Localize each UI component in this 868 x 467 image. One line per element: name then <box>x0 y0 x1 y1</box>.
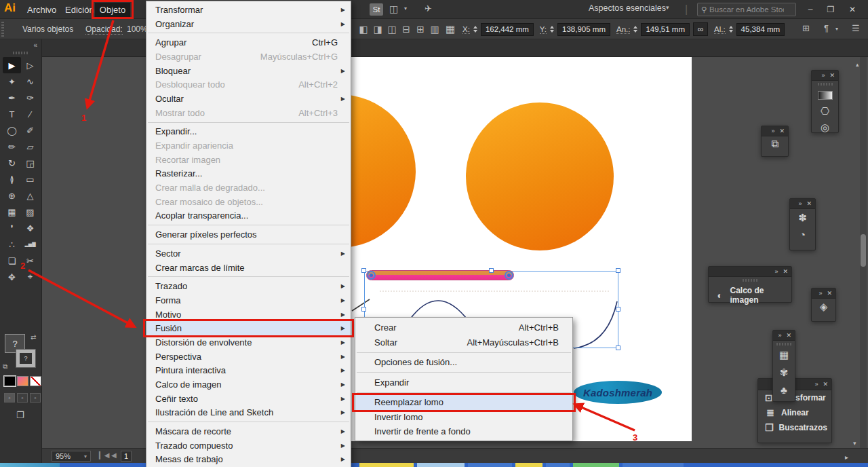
reference-point-icon[interactable]: ▦ <box>444 23 456 35</box>
restore-button[interactable]: ❐ <box>822 3 840 16</box>
adobe-stock-icon[interactable]: St <box>370 3 383 16</box>
object-menu-item-distorsion-de-envolvente[interactable]: Distorsión de envolvente▶ <box>146 335 351 350</box>
taskbar-button[interactable] <box>515 463 542 467</box>
previous-artboard-icon[interactable]: ◀ <box>111 451 117 459</box>
object-menu-item-agrupar[interactable]: AgruparCtrl+G <box>146 35 351 50</box>
first-artboard-icon[interactable]: ▎◀ <box>99 451 109 459</box>
slice-tool[interactable]: ✂ <box>21 253 39 269</box>
blend-submenu-item-crear[interactable]: CrearAlt+Ctrl+B <box>355 320 572 335</box>
panel-close-icon[interactable]: ✕ <box>806 199 812 209</box>
dock-expand-up-icon[interactable]: ▴ <box>856 61 859 68</box>
align-distribute-icon[interactable]: ▥ <box>429 24 441 35</box>
adobe-stock-search[interactable]: ⚲ <box>697 3 796 16</box>
handle-top-left[interactable] <box>361 268 366 273</box>
panel-collapse-icon[interactable]: » <box>821 71 825 81</box>
panel-collapse-icon[interactable]: » <box>774 267 778 277</box>
taskbar-button[interactable] <box>359 463 414 467</box>
scale-tool[interactable]: ◲ <box>21 155 39 171</box>
panel-close-icon[interactable]: ✕ <box>786 331 791 341</box>
creative-cloud-icon[interactable]: ◎ <box>821 122 829 132</box>
y-stepper[interactable] <box>550 26 554 33</box>
eyedropper-tool[interactable]: ❜ <box>3 220 21 236</box>
panel-collapse-icon[interactable]: » <box>771 126 774 136</box>
magic-wand-tool[interactable]: ✦ <box>3 73 21 90</box>
swap-fill-stroke-icon[interactable]: ⇄ <box>31 333 36 341</box>
paragraph-options-icon[interactable]: ¶ <box>824 23 829 33</box>
perspective-grid-tool[interactable]: △ <box>21 187 39 204</box>
panel-collapse-icon[interactable]: » <box>814 379 818 390</box>
opacity-label[interactable]: Opacidad: <box>85 24 123 35</box>
stroke-color-swatch[interactable]: ? <box>16 350 35 367</box>
direct-selection-tool[interactable]: ▷ <box>21 57 39 73</box>
width-label[interactable]: An.: <box>616 25 630 34</box>
panel-close-icon[interactable]: ✕ <box>823 379 828 390</box>
panel-grip[interactable] <box>776 343 791 345</box>
dock-expand-right-icon[interactable]: ▸ <box>845 453 848 461</box>
gradient-tool[interactable]: ▨ <box>21 204 39 220</box>
draw-behind-mode[interactable]: ▫ <box>17 393 28 403</box>
handle-bottom-right[interactable] <box>616 345 620 350</box>
control-panel-menu-icon[interactable]: ☰ <box>852 23 860 33</box>
share-icon[interactable]: ✈ <box>425 3 432 14</box>
object-menu-item-mascara-de-recorte[interactable]: Máscara de recorte▶ <box>146 424 351 438</box>
handle-mid-right[interactable] <box>616 307 620 312</box>
align-distribute-icon[interactable]: ⊟ <box>400 24 412 35</box>
align-distribute-icon[interactable]: ◫ <box>386 24 398 35</box>
pathfinder-panel-item[interactable]: ❒ Buscatrazos <box>758 420 831 435</box>
y-field[interactable]: 138,905 mm <box>557 23 610 36</box>
dock-expand-down-icon[interactable]: ▾ <box>853 440 856 447</box>
free-transform-tool[interactable]: ▭ <box>21 171 39 187</box>
arrange-documents-caret-icon[interactable]: ▾ <box>404 5 407 12</box>
color-panel-icon[interactable]: ✽ <box>798 212 807 223</box>
collapse-tools-icon[interactable]: « <box>33 41 37 49</box>
menu-edicion[interactable]: Edición <box>61 3 98 17</box>
object-menu-item-crear-marcas-de-limite[interactable]: Crear marcas de límite <box>146 261 351 275</box>
panel-collapse-icon[interactable]: » <box>778 331 781 341</box>
blend-submenu-item-opciones-de-fusion[interactable]: Opciones de fusión... <box>355 355 572 370</box>
align-panel-item[interactable]: ≣ Alinear <box>758 405 831 420</box>
object-menu-item-transformar[interactable]: Transformar▶ <box>146 3 351 17</box>
blend-submenu-item-reemplazar-lomo[interactable]: Reemplazar lomo <box>355 395 572 410</box>
pen-tool[interactable]: ✒ <box>3 90 21 106</box>
object-menu-item-perspectiva[interactable]: Perspectiva▶ <box>146 350 351 364</box>
zoom-level-dropdown[interactable]: 95% ▾ <box>52 451 91 462</box>
arrange-documents-icon[interactable]: ◫ <box>389 3 398 14</box>
x-stepper[interactable] <box>473 26 477 33</box>
symbol-sprayer-panel-icon[interactable]: ✾ <box>780 367 789 377</box>
panel-grip[interactable] <box>743 279 757 282</box>
panel-grip[interactable] <box>818 83 833 86</box>
object-menu-item-ocultar[interactable]: Ocultar▶ <box>146 92 351 106</box>
artboards-panel-icon[interactable]: ⧉ <box>771 138 778 149</box>
paintbrush-tool[interactable]: ✐ <box>21 122 39 138</box>
curvature-tool[interactable]: ✑ <box>21 90 39 106</box>
image-trace-item[interactable]: ◐ Calco de imagen <box>709 283 791 307</box>
close-button[interactable]: ✕ <box>844 3 861 16</box>
handle-mid-left[interactable] <box>361 307 366 312</box>
taskbar-button[interactable] <box>573 463 619 467</box>
kadoshmerah-logo[interactable]: Kadoshmerah <box>574 381 662 404</box>
control-bar-grip[interactable] <box>1 22 4 37</box>
object-menu-item-sector[interactable]: Sector▶ <box>146 246 351 261</box>
object-menu-item-acoplar-transparencia[interactable]: Acoplar transparencia... <box>146 209 351 223</box>
symbols-panel-icon[interactable]: ♣ <box>781 385 787 395</box>
height-label[interactable]: Al.: <box>714 25 726 34</box>
windows-taskbar[interactable] <box>0 463 868 467</box>
column-graph-tool[interactable]: ▂▅▇ <box>21 236 39 253</box>
x-field[interactable]: 162,442 mm <box>481 23 534 36</box>
width-stepper[interactable] <box>633 26 637 33</box>
menu-objeto[interactable]: Objeto <box>95 3 130 17</box>
object-menu-item-generar-pixeles-perfectos[interactable]: Generar píxeles perfectos <box>146 227 351 242</box>
menu-archivo[interactable]: Archivo <box>23 3 60 17</box>
artboard-number[interactable]: 1 <box>121 451 132 462</box>
object-menu-item-forma[interactable]: Forma▶ <box>146 293 351 307</box>
handle-top-right[interactable] <box>616 268 620 273</box>
taskbar-button[interactable] <box>468 463 512 467</box>
symbol-sprayer-tool[interactable]: ∴ <box>3 236 21 253</box>
blend-submenu-item-invertir-lomo[interactable]: Invertir lomo <box>355 410 572 425</box>
object-menu-item-trazado-compuesto[interactable]: Trazado compuesto▶ <box>146 438 351 453</box>
object-menu-item-organizar[interactable]: Organizar▶ <box>146 17 351 31</box>
line-segment-tool[interactable]: ∕ <box>21 106 39 122</box>
panel-close-icon[interactable]: ✕ <box>783 267 788 277</box>
y-label[interactable]: Y: <box>540 25 547 34</box>
panel-close-icon[interactable]: ✕ <box>829 71 835 81</box>
